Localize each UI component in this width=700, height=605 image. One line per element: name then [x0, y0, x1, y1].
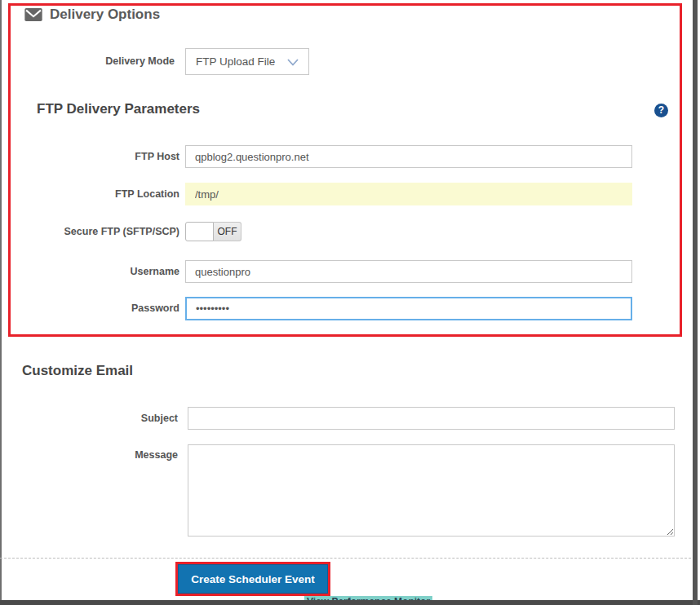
page-bottom-border: [0, 600, 700, 605]
delivery-mode-select[interactable]: FTP Upload File: [185, 48, 309, 75]
delivery-mode-selected-value: FTP Upload File: [196, 55, 275, 68]
customize-email-title: Customize Email: [22, 363, 133, 379]
message-label: Message: [16, 448, 178, 462]
delivery-mode-label: Delivery Mode: [16, 54, 175, 68]
message-textarea[interactable]: [188, 444, 675, 537]
create-scheduler-event-button[interactable]: Create Scheduler Event: [178, 564, 328, 594]
ftp-location-input[interactable]: [185, 183, 632, 205]
password-label: Password: [16, 297, 179, 320]
subject-input[interactable]: [188, 407, 675, 430]
username-label: Username: [16, 260, 179, 283]
username-input[interactable]: [185, 260, 632, 283]
toggle-knob[interactable]: [185, 222, 214, 241]
delivery-options-header: Delivery Options: [24, 7, 160, 23]
ftp-location-label: FTP Location: [16, 183, 179, 205]
ftp-host-input[interactable]: [185, 145, 632, 168]
vertical-scrollbar[interactable]: [693, 0, 698, 605]
annotation-red-box-create-button: Create Scheduler Event: [175, 562, 330, 596]
ftp-parameters-title: FTP Delivery Parameters: [37, 101, 200, 117]
page-left-border: [0, 0, 2, 605]
secure-ftp-label: Secure FTP (SFTP/SCP): [16, 222, 179, 241]
chevron-down-icon: [287, 55, 299, 69]
help-icon[interactable]: ?: [654, 104, 668, 117]
toggle-state-label: OFF: [214, 222, 241, 241]
envelope-icon: [24, 8, 42, 21]
delivery-options-title: Delivery Options: [50, 7, 160, 23]
ftp-host-label: FTP Host: [16, 145, 179, 168]
password-input[interactable]: [185, 297, 632, 320]
subject-label: Subject: [16, 407, 178, 430]
footer-divider: [0, 558, 691, 559]
secure-ftp-toggle[interactable]: OFF: [185, 222, 241, 241]
